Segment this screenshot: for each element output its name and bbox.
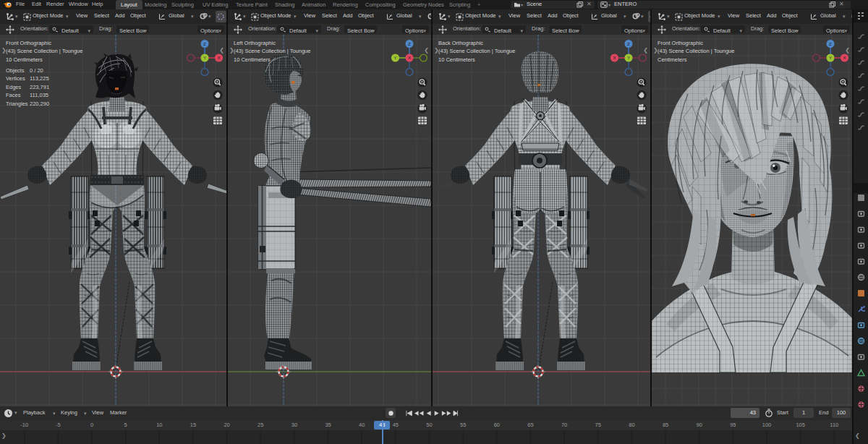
svg-text:Z: Z	[203, 41, 206, 46]
svg-text:Z: Z	[829, 41, 832, 46]
svg-text:Y: Y	[626, 55, 629, 60]
svg-text:Z: Z	[627, 41, 630, 46]
svg-text:Y: Y	[393, 55, 396, 60]
svg-text:X: X	[843, 55, 846, 60]
svg-text:Z: Z	[408, 41, 411, 46]
svg-text:X: X	[217, 55, 220, 60]
svg-text:X: X	[613, 55, 616, 60]
svg-text:Y: Y	[203, 55, 205, 60]
svg-text:Y: Y	[828, 55, 831, 60]
svg-text:X: X	[407, 55, 410, 60]
